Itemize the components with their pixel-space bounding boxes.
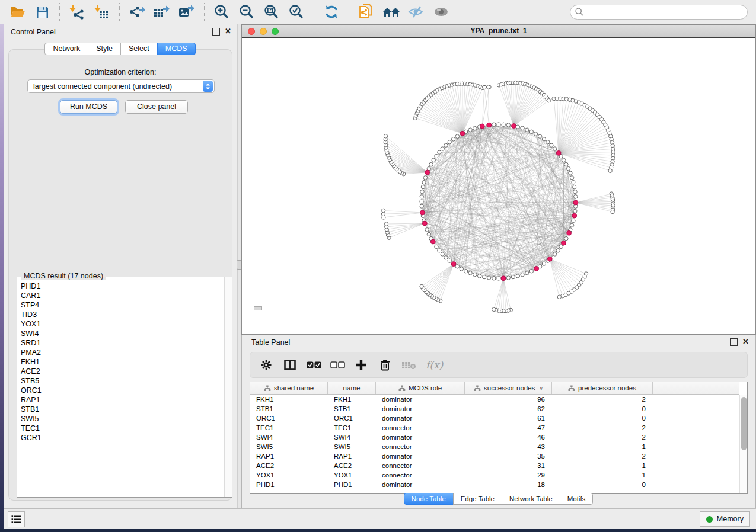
network-node[interactable] <box>455 265 459 268</box>
table-row[interactable]: ACE2ACE2connector311 <box>250 461 739 470</box>
network-node[interactable] <box>464 269 467 273</box>
mcds-result-item[interactable]: TID3 <box>21 310 224 319</box>
network-node[interactable] <box>557 295 561 299</box>
column-header-successor-nodes[interactable]: successor nodesv <box>465 382 552 394</box>
network-node[interactable] <box>550 143 553 147</box>
mcds-highlighted-node[interactable] <box>420 210 425 215</box>
mcds-result-item[interactable]: SRD1 <box>21 338 224 348</box>
table-row[interactable]: RAP1RAP1dominator352 <box>250 451 739 461</box>
network-node[interactable] <box>564 162 568 166</box>
mcds-result-item[interactable]: PHD1 <box>21 281 224 291</box>
export-network-icon[interactable] <box>127 2 147 22</box>
close-panel-button[interactable]: Close panel <box>125 100 188 114</box>
select-all-icon[interactable] <box>306 357 321 373</box>
mcds-result-item[interactable]: STB1 <box>21 405 224 414</box>
network-node[interactable] <box>432 158 435 162</box>
table-row[interactable]: TEC1TEC1connector472 <box>250 423 739 432</box>
network-node[interactable] <box>486 85 490 89</box>
mcds-highlighted-node[interactable] <box>556 150 561 155</box>
mcds-highlighted-node[interactable] <box>567 230 572 235</box>
mcds-result-item[interactable]: STP4 <box>21 300 224 310</box>
tab-edge-table[interactable]: Edge Table <box>453 493 502 505</box>
mcds-result-item[interactable]: ACE2 <box>21 367 224 376</box>
network-node[interactable] <box>574 195 578 198</box>
mcds-highlighted-node[interactable] <box>425 170 430 175</box>
network-node[interactable] <box>384 222 388 226</box>
horizontal-splitter-grip[interactable] <box>254 306 262 310</box>
network-node[interactable] <box>444 256 448 259</box>
run-mcds-button[interactable]: Run MCDS <box>60 100 117 114</box>
mcds-result-item[interactable]: TEC1 <box>21 424 224 433</box>
network-window-titlebar[interactable]: YPA_prune.txt_1 <box>242 25 755 38</box>
network-node[interactable] <box>468 128 472 132</box>
network-node[interactable] <box>506 123 510 127</box>
table-row[interactable]: STB1STB1dominator620 <box>250 404 739 414</box>
zoom-selected-icon[interactable] <box>286 2 307 22</box>
mcds-highlighted-node[interactable] <box>460 131 465 136</box>
mcds-highlighted-node[interactable] <box>547 257 552 261</box>
network-node[interactable] <box>608 169 612 172</box>
network-node[interactable] <box>521 126 524 130</box>
zoom-in-icon[interactable] <box>212 2 232 22</box>
deselect-all-icon[interactable] <box>330 357 345 373</box>
tab-select[interactable]: Select <box>120 43 158 55</box>
network-node[interactable] <box>473 126 477 130</box>
tab-motifs[interactable]: Motifs <box>560 493 594 505</box>
export-image-icon[interactable] <box>177 2 197 22</box>
mcds-list-scrollbar[interactable] <box>224 277 232 497</box>
mcds-highlighted-node[interactable] <box>573 200 578 205</box>
mcds-highlighted-node[interactable] <box>480 124 484 129</box>
network-node[interactable] <box>455 134 459 138</box>
mcds-highlighted-node[interactable] <box>572 213 577 218</box>
criterion-select[interactable]: largest connected component (undirected) <box>27 79 215 93</box>
network-node[interactable] <box>423 176 427 180</box>
export-table-icon[interactable] <box>152 2 172 22</box>
close-panel-icon[interactable]: ✕ <box>224 28 232 36</box>
network-node[interactable] <box>559 245 563 248</box>
float-table-panel-icon[interactable] <box>730 338 738 346</box>
column-header-predecessor-nodes[interactable]: predecessor nodes <box>552 382 653 394</box>
tab-node-table[interactable]: Node Table <box>404 493 454 505</box>
network-node[interactable] <box>429 162 433 166</box>
network-node[interactable] <box>529 269 533 273</box>
table-scrollbar-thumb[interactable] <box>741 397 747 450</box>
network-node[interactable] <box>492 277 496 280</box>
network-node[interactable] <box>538 134 541 138</box>
network-node[interactable] <box>420 190 424 194</box>
network-node[interactable] <box>534 132 537 136</box>
network-node[interactable] <box>425 228 429 232</box>
network-node[interactable] <box>473 273 477 276</box>
network-node[interactable] <box>483 85 486 89</box>
mcds-result-item[interactable]: PMA2 <box>21 348 224 357</box>
network-node[interactable] <box>546 140 550 144</box>
network-node[interactable] <box>553 147 557 150</box>
network-node[interactable] <box>502 123 505 126</box>
network-node[interactable] <box>460 267 463 271</box>
table-row[interactable]: SWI4SWI4dominator462 <box>250 432 739 442</box>
bird-eye-view-icon[interactable] <box>431 2 451 22</box>
network-node[interactable] <box>381 209 385 212</box>
network-node[interactable] <box>420 200 423 203</box>
network-node[interactable] <box>448 140 451 144</box>
table-scrollbar[interactable] <box>739 395 747 493</box>
network-node[interactable] <box>572 219 575 222</box>
network-canvas[interactable] <box>242 38 755 334</box>
open-folder-icon[interactable] <box>7 2 27 22</box>
network-node[interactable] <box>448 259 451 262</box>
mcds-result-item[interactable]: CAR1 <box>21 291 224 300</box>
network-node[interactable] <box>421 185 425 188</box>
float-panel-icon[interactable] <box>212 28 220 36</box>
network-node[interactable] <box>497 123 500 126</box>
network-node[interactable] <box>611 210 614 213</box>
tab-network[interactable]: Network <box>44 43 88 55</box>
mcds-highlighted-node[interactable] <box>501 276 506 281</box>
mcds-result-item[interactable]: SWI4 <box>21 329 224 338</box>
table-settings-gear-icon[interactable] <box>259 357 274 373</box>
network-node[interactable] <box>564 236 568 240</box>
network-node[interactable] <box>492 307 496 311</box>
network-node[interactable] <box>420 284 423 288</box>
network-node[interactable] <box>569 171 572 175</box>
network-node[interactable] <box>547 98 550 102</box>
network-node[interactable] <box>566 166 570 170</box>
search-box[interactable] <box>570 5 748 20</box>
